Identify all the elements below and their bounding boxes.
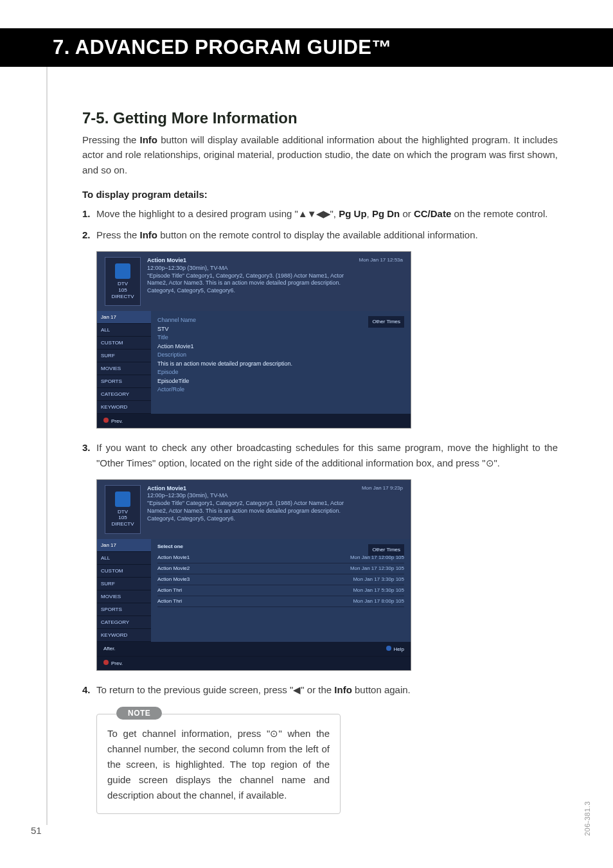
step-2-a: Press the bbox=[96, 229, 140, 240]
shot1-main: Other Times Channel Name STV Title Actio… bbox=[151, 311, 411, 414]
shot2-body: Jan 17 ALL CUSTOM SURF MOVIES SPORTS CAT… bbox=[97, 539, 411, 642]
shot2-desc: "Episode Title" Category1, Category2, Ca… bbox=[147, 500, 355, 522]
chapter-bar: 7. ADVANCED PROGRAM GUIDE™ bbox=[0, 28, 613, 67]
nav2-keyword[interactable]: KEYWORD bbox=[97, 629, 151, 642]
shot1-body: Jan 17 ALL CUSTOM SURF MOVIES SPORTS CAT… bbox=[97, 311, 411, 414]
table-row[interactable]: Action Movie2Mon Jan 17 12:30p 105 bbox=[157, 563, 404, 574]
help-indicator[interactable]: Help bbox=[386, 646, 404, 652]
row-when: Mon Jan 17 5:30p 105 bbox=[353, 587, 404, 594]
shot2-footer-2: Prev. bbox=[97, 656, 411, 670]
other-times-button-2[interactable]: Other Times bbox=[368, 544, 404, 556]
select-icon: ⊙ bbox=[486, 456, 494, 470]
nav-sports[interactable]: SPORTS bbox=[97, 375, 151, 388]
subhead: To display program details: bbox=[82, 189, 558, 200]
shot1-footer: Prev. bbox=[97, 414, 411, 428]
nav-surf[interactable]: SURF bbox=[97, 350, 151, 362]
intro-info: Info bbox=[140, 134, 158, 145]
nav2-all[interactable]: ALL bbox=[97, 552, 151, 565]
shot1-title: Action Movie1 bbox=[147, 257, 353, 265]
screenshot-other-times: DTV 105 DIRECTV Action Movie1 12:00p–12:… bbox=[96, 479, 411, 671]
prev-label: Prev. bbox=[111, 418, 123, 424]
step-4-c: button again. bbox=[352, 684, 411, 695]
step-1-e: on the remote control. bbox=[451, 208, 547, 219]
nav2-custom[interactable]: CUSTOM bbox=[97, 565, 151, 578]
prev-indicator-2[interactable]: Prev. bbox=[103, 660, 123, 666]
lbl-desc: Description bbox=[157, 351, 186, 358]
table-row[interactable]: Action ThriMon Jan 17 5:30p 105 bbox=[157, 585, 404, 596]
content-region: 7-5. Getting More Information Pressing t… bbox=[82, 109, 558, 814]
page: 7. ADVANCED PROGRAM GUIDE™ 7-5. Getting … bbox=[0, 0, 613, 868]
nav-jan17[interactable]: Jan 17 bbox=[97, 311, 151, 324]
nav-all[interactable]: ALL bbox=[97, 324, 151, 337]
val-desc: This is an action movie detailed program… bbox=[157, 360, 404, 369]
nav-custom[interactable]: CUSTOM bbox=[97, 337, 151, 350]
nav-keyword[interactable]: KEYWORD bbox=[97, 401, 151, 414]
nav2-movies[interactable]: MOVIES bbox=[97, 590, 151, 603]
chapter-title: 7. ADVANCED PROGRAM GUIDE™ bbox=[53, 36, 392, 59]
step-1-b: ", bbox=[330, 208, 339, 219]
step-2-num: 2. bbox=[82, 227, 91, 242]
d-icon-2 bbox=[115, 492, 130, 507]
page-number: 51 bbox=[31, 825, 42, 836]
nav2-jan17[interactable]: Jan 17 bbox=[97, 539, 151, 552]
steps-list-2: 3. If you want to check any other broadc… bbox=[82, 440, 558, 470]
nav-movies[interactable]: MOVIES bbox=[97, 362, 151, 375]
row-when: Mon Jan 17 8:00p 105 bbox=[353, 598, 404, 605]
step-1-c: , bbox=[367, 208, 372, 219]
shot1-desc: "Episode Title" Category1, Category2, Ca… bbox=[147, 272, 353, 295]
step-2-info: Info bbox=[140, 229, 158, 240]
nav2-surf[interactable]: SURF bbox=[97, 578, 151, 590]
table-row[interactable]: Action Movie3Mon Jan 17 3:30p 105 bbox=[157, 574, 404, 585]
shot2-title: Action Movie1 bbox=[147, 485, 355, 493]
shot2-nav: Jan 17 ALL CUSTOM SURF MOVIES SPORTS CAT… bbox=[97, 539, 151, 642]
nav2-sports[interactable]: SPORTS bbox=[97, 603, 151, 616]
shot1-header-text: Action Movie1 12:00p–12:30p (30min), TV-… bbox=[147, 257, 353, 306]
step-1-d: or bbox=[400, 208, 414, 219]
other-times-button[interactable]: Other Times bbox=[368, 316, 404, 328]
nav-category[interactable]: CATEGORY bbox=[97, 388, 151, 401]
step-4-info: Info bbox=[334, 684, 352, 695]
shot1-time: 12:00p–12:30p (30min), TV-MA bbox=[147, 265, 353, 272]
step-3-b: ". bbox=[494, 457, 501, 468]
step-1-num: 1. bbox=[82, 206, 91, 221]
row-name: Action Thri bbox=[157, 598, 182, 605]
intro-paragraph: Pressing the Info button will display av… bbox=[82, 132, 558, 177]
pg-dn: Pg Dn bbox=[372, 208, 400, 219]
step-4-a: To return to the previous guide screen, … bbox=[96, 684, 293, 695]
step-1-a: Move the highlight to a desired program … bbox=[96, 208, 298, 219]
nav2-category[interactable]: CATEGORY bbox=[97, 616, 151, 629]
directv-logo: DTV 105 DIRECTV bbox=[105, 257, 141, 306]
table-row[interactable]: Action Movie1Mon Jan 17 12:00p 105 bbox=[157, 553, 404, 563]
prev-label-2: Prev. bbox=[111, 660, 123, 666]
left-arrow-icon: ◀ bbox=[293, 682, 301, 697]
step-3: 3. If you want to check any other broadc… bbox=[82, 440, 558, 470]
shot1-datetime: Mon Jan 17 12:53a bbox=[359, 257, 404, 306]
table-row[interactable]: Action ThriMon Jan 17 8:00p 105 bbox=[157, 596, 404, 607]
step-1: 1. Move the highlight to a desired progr… bbox=[82, 206, 558, 221]
step-4-b: " or the bbox=[301, 684, 334, 695]
cc-date: CC/Date bbox=[414, 208, 451, 219]
prev-indicator[interactable]: Prev. bbox=[103, 418, 123, 424]
lbl-actor: Actor/Role bbox=[157, 386, 184, 393]
logo2-line-1: DTV bbox=[118, 509, 128, 515]
help-label: Help bbox=[394, 646, 404, 652]
other-times-table: Select one Action Movie1Mon Jan 17 12:00… bbox=[157, 543, 404, 607]
red-dot-icon-2 bbox=[103, 660, 109, 665]
left-rule bbox=[46, 67, 48, 825]
pg-up: Pg Up bbox=[339, 208, 366, 219]
after-indicator[interactable]: After. bbox=[103, 646, 116, 651]
lbl-title: Title bbox=[157, 334, 168, 341]
arrow-keys-icon: ▲▼◀▶ bbox=[298, 208, 330, 219]
shot1-nav: Jan 17 ALL CUSTOM SURF MOVIES SPORTS CAT… bbox=[97, 311, 151, 414]
row-name: Action Movie3 bbox=[157, 576, 190, 583]
logo2-line-3: DIRECTV bbox=[111, 521, 134, 527]
shot2-header: DTV 105 DIRECTV Action Movie1 12:00p–12:… bbox=[97, 480, 411, 539]
screenshot-program-details: DTV 105 DIRECTV Action Movie1 12:00p–12:… bbox=[96, 251, 411, 429]
steps-list-3: 4. To return to the previous guide scree… bbox=[82, 682, 558, 697]
step-4-num: 4. bbox=[82, 682, 91, 697]
logo-line-3: DIRECTV bbox=[111, 294, 134, 300]
blue-dot-icon bbox=[386, 646, 391, 651]
shot2-header-text: Action Movie1 12:00p–12:30p (30min), TV-… bbox=[147, 485, 355, 534]
note-text: To get channel information, press "⊙" wh… bbox=[107, 726, 330, 803]
note-label: NOTE bbox=[116, 707, 162, 720]
